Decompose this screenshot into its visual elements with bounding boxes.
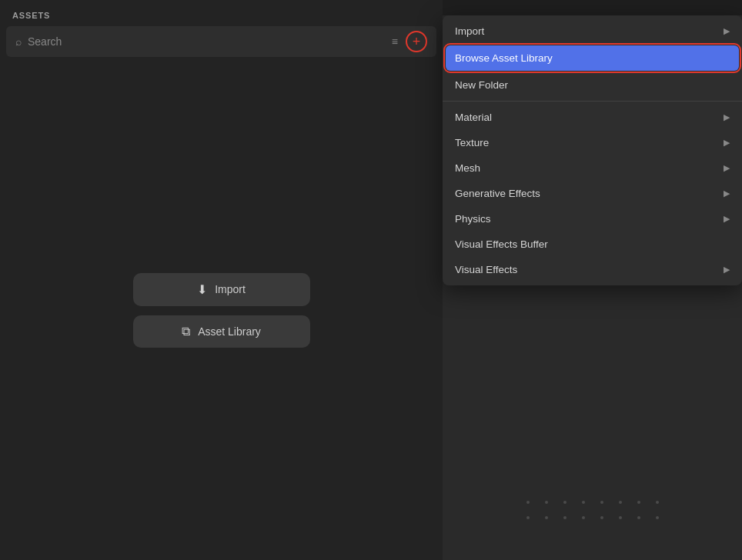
menu-item-label: Mesh: [455, 162, 480, 174]
import-button[interactable]: ⬇ Import: [133, 273, 310, 306]
filter-icon[interactable]: ≡: [392, 35, 398, 48]
menu-item-label: New Folder: [455, 79, 508, 91]
menu-item-material[interactable]: Material▶: [443, 105, 742, 130]
menu-item-import[interactable]: Import▶: [443, 18, 742, 44]
chevron-right-icon: ▶: [724, 214, 730, 224]
menu-item-label: Generative Effects: [455, 188, 540, 199]
dropdown-menu: Import▶Browse Asset LibraryNew FolderMat…: [443, 15, 742, 285]
dot: [563, 516, 567, 519]
assets-title: ASSETS: [0, 0, 443, 26]
left-content: ⬇ Import ⧉ Asset Library: [0, 60, 443, 560]
dot: [600, 516, 603, 519]
asset-library-label: Asset Library: [198, 325, 261, 338]
menu-item-visual-effects[interactable]: Visual Effects▶: [443, 257, 742, 282]
dot-grid: [443, 460, 742, 560]
menu-divider: [443, 101, 742, 102]
search-bar[interactable]: ⌕ Search ≡ +: [6, 26, 436, 57]
menu-item-physics[interactable]: Physics▶: [443, 206, 742, 232]
dot: [619, 501, 622, 504]
chevron-right-icon: ▶: [724, 112, 730, 122]
dot: [656, 516, 659, 519]
right-top-bar: [443, 0, 742, 15]
menu-item-label: Import: [455, 25, 484, 37]
dot: [563, 501, 567, 504]
menu-item-generative-effects[interactable]: Generative Effects▶: [443, 181, 742, 206]
chevron-right-icon: ▶: [724, 163, 730, 173]
right-panel: Import▶Browse Asset LibraryNew FolderMat…: [443, 0, 742, 560]
asset-library-button[interactable]: ⧉ Asset Library: [133, 315, 310, 348]
dot-row: [458, 516, 727, 519]
dot: [637, 501, 640, 504]
dot: [545, 516, 548, 519]
dot: [545, 501, 548, 504]
search-icon: ⌕: [15, 35, 22, 48]
menu-item-texture[interactable]: Texture▶: [443, 130, 742, 155]
dot: [656, 501, 659, 504]
menu-item-label: Texture: [455, 137, 489, 148]
chevron-right-icon: ▶: [724, 188, 730, 198]
menu-item-label: Material: [455, 112, 492, 123]
dot: [526, 516, 530, 519]
menu-item-label: Visual Effects Buffer: [455, 238, 548, 250]
menu-item-mesh[interactable]: Mesh▶: [443, 155, 742, 181]
dot: [637, 516, 640, 519]
asset-library-icon: ⧉: [182, 325, 190, 338]
chevron-right-icon: ▶: [724, 265, 730, 275]
menu-item-label: Physics: [455, 213, 491, 225]
search-left: ⌕ Search: [15, 35, 62, 48]
menu-item-new-folder[interactable]: New Folder: [443, 72, 742, 98]
search-right: ≡ +: [392, 31, 427, 52]
chevron-right-icon: ▶: [724, 26, 730, 36]
dot: [619, 516, 622, 519]
import-label: Import: [215, 283, 246, 295]
add-button[interactable]: +: [406, 31, 427, 52]
search-label: Search: [28, 35, 62, 48]
menu-item-label: Visual Effects: [455, 264, 517, 275]
dot: [600, 501, 603, 504]
menu-item-visual-effects-buffer[interactable]: Visual Effects Buffer: [443, 232, 742, 257]
dot-row: [458, 501, 727, 504]
chevron-right-icon: ▶: [724, 138, 730, 148]
menu-item-browse-asset-library[interactable]: Browse Asset Library: [446, 45, 739, 71]
dot: [582, 501, 585, 504]
dot: [582, 516, 585, 519]
menu-item-label: Browse Asset Library: [455, 52, 553, 64]
dot: [526, 501, 530, 504]
left-panel: ASSETS ⌕ Search ≡ + ⬇ Import ⧉ Asset Lib…: [0, 0, 443, 560]
import-icon: ⬇: [197, 282, 207, 297]
